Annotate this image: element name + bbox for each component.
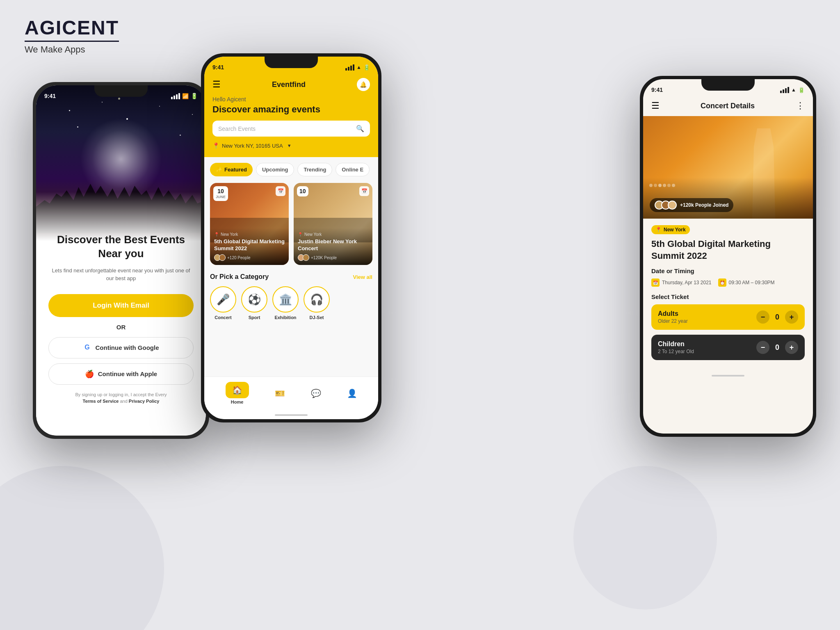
hamburger-icon[interactable]: ☰	[212, 79, 221, 90]
children-desc: 2 To 12 year Old	[658, 349, 694, 354]
location-pin-icon: 📍	[212, 142, 219, 149]
volume-up-button	[33, 151, 34, 176]
tab-online[interactable]: Online E	[336, 163, 370, 176]
brand: AGICENT We Make Apps	[25, 16, 119, 55]
location-bar[interactable]: 📍 New York NY, 10165 USA ▼	[212, 142, 370, 149]
hamburger-icon-3[interactable]: ☰	[651, 100, 660, 111]
concert-details-header: ☰ Concert Details ⋮	[643, 97, 813, 116]
search-placeholder: Search Events	[218, 126, 353, 132]
more-options-icon[interactable]: ⋮	[796, 100, 805, 111]
signal-icon-3	[780, 87, 789, 93]
events-row: 10 JUNE 📅 📍 New York 5th Global Digital …	[210, 183, 372, 265]
time-item: ⏰ 09:30 AM – 09:30PM	[718, 278, 775, 287]
category-djset[interactable]: 🎧 DJ-Set	[304, 286, 330, 320]
google-icon: G	[83, 344, 91, 352]
event-date-badge-1: 10 JUNE	[213, 186, 228, 201]
tab-featured[interactable]: ✨ Featured	[210, 163, 253, 176]
wifi-icon: 📶	[182, 93, 189, 99]
scroll-indicator	[204, 411, 378, 419]
hero-image	[36, 85, 206, 241]
event-attendees-2: +120K People	[298, 254, 368, 261]
notification-bell[interactable]: 🔔	[357, 78, 370, 91]
deco-circle-1	[0, 466, 164, 630]
discover-title: Discover amazing events	[212, 104, 370, 115]
joined-text: +120k People Joined	[680, 202, 728, 208]
concert-icon-circle: 🎤	[210, 286, 236, 313]
nav-bar: ☰ Eventfind 🔔	[212, 78, 370, 91]
volume-down-button	[33, 184, 34, 208]
adults-decrement-button[interactable]: −	[756, 310, 769, 324]
terms-text: By signing up or logging in, I accept th…	[48, 391, 194, 405]
location-dot-icon-2: 📍	[298, 232, 303, 237]
nav-tickets[interactable]: 🎫	[275, 388, 285, 398]
event-location-1: 📍 New York	[214, 232, 285, 237]
discover-body: ✨ Featured Upcoming Trending Online E	[204, 157, 378, 377]
google-btn-label: Continue with Google	[96, 344, 159, 351]
search-bar[interactable]: Search Events 🔍	[212, 121, 370, 137]
sport-icon-circle: ⚽	[241, 286, 267, 313]
notch-2	[265, 57, 318, 68]
tab-trending[interactable]: Trending	[297, 163, 332, 176]
adults-ticket-card: Adults Older 22 year − 0 +	[651, 304, 805, 330]
category-exhibition[interactable]: 🏛️ Exhibition	[272, 286, 299, 320]
terms-link[interactable]: Terms of Service	[83, 399, 119, 404]
brand-name: AGICENT	[25, 16, 119, 42]
brand-tagline: We Make Apps	[25, 44, 119, 55]
time-value: 09:30 AM – 09:30PM	[729, 280, 775, 285]
or-divider: OR	[48, 324, 194, 331]
phone-discover: 9:41 ▲ 🔋 ☰ Eventfind 🔔 Hel	[201, 53, 381, 422]
event-title-1: 5th Global Digital Marketing Summit 2022	[214, 238, 285, 252]
category-concert[interactable]: 🎤 Concert	[210, 286, 236, 320]
event-card-2[interactable]: 10 📅 📍 New York Justin Bieber New York C…	[294, 183, 372, 265]
joined-avatars	[655, 201, 677, 210]
hero-title: Discover the Best Events Near you	[48, 233, 194, 261]
bottom-nav: 🏠 Home 🎫 💬 👤	[204, 377, 378, 411]
silent-button-3	[640, 120, 641, 137]
event-location-2: 📍 New York	[298, 232, 368, 237]
nav-messages[interactable]: 💬	[311, 388, 321, 398]
category-tabs: ✨ Featured Upcoming Trending Online E	[210, 163, 372, 176]
view-all-link[interactable]: View all	[353, 274, 372, 280]
category-sport[interactable]: ⚽ Sport	[241, 286, 267, 320]
status-icons-2: ▲ 🔋	[345, 64, 370, 71]
children-info: Children 2 To 12 year Old	[658, 340, 694, 354]
volume-up-button-3	[640, 145, 641, 169]
children-decrement-button[interactable]: −	[756, 341, 769, 354]
status-time-2: 9:41	[212, 64, 224, 71]
adults-increment-button[interactable]: +	[785, 310, 798, 324]
people-joined-badge: +120k People Joined	[650, 198, 733, 212]
messages-icon: 💬	[311, 388, 321, 398]
event-overlay-2: 📍 New York Justin Bieber New York Concer…	[294, 228, 372, 265]
sport-label: Sport	[249, 315, 260, 320]
notch-3	[701, 79, 755, 91]
location-text: New York NY, 10165 USA	[222, 143, 283, 149]
privacy-link[interactable]: Privacy Policy	[129, 399, 160, 404]
calendar-icon-3: 📅	[651, 278, 660, 287]
djset-icon-circle: 🎧	[304, 286, 330, 313]
status-icons-3: ▲ 🔋	[780, 87, 805, 93]
app-title: Eventfind	[272, 80, 306, 89]
date-timing-label: Date or Timing	[651, 267, 805, 274]
event-overlay-1: 📍 New York 5th Global Digital Marketing …	[210, 228, 289, 265]
location-pin-icon-3: 📍	[655, 227, 662, 233]
date-value: Thursday, Apr 13 2021	[662, 280, 712, 285]
nav-profile[interactable]: 👤	[347, 388, 357, 398]
login-email-button[interactable]: Login With Email	[48, 294, 194, 317]
apple-login-button[interactable]: 🍎 Continue with Apple	[48, 363, 194, 385]
scroll-indicator-3	[643, 372, 813, 380]
date-time-row: 📅 Thursday, Apr 13 2021 ⏰ 09:30 AM – 09:…	[651, 278, 805, 287]
wifi-icon-2: ▲	[356, 64, 361, 70]
volume-up-button-2	[201, 122, 202, 147]
event-detail-title: 5th Global Digital Marketing Summit 2022	[651, 238, 805, 262]
adults-count: 0	[775, 313, 779, 322]
silent-button	[33, 126, 34, 143]
notch	[94, 85, 148, 97]
nav-home[interactable]: 🏠 Home	[226, 382, 249, 404]
discover-header: ☰ Eventfind 🔔 Hello Agicent Discover ama…	[204, 75, 378, 157]
tab-upcoming[interactable]: Upcoming	[256, 163, 294, 176]
google-login-button[interactable]: G Continue with Google	[48, 337, 194, 358]
category-title: Or Pick a Category	[210, 273, 269, 281]
event-card-1[interactable]: 10 JUNE 📅 📍 New York 5th Global Digital …	[210, 183, 289, 265]
djset-label: DJ-Set	[310, 315, 324, 320]
children-increment-button[interactable]: +	[785, 341, 798, 354]
